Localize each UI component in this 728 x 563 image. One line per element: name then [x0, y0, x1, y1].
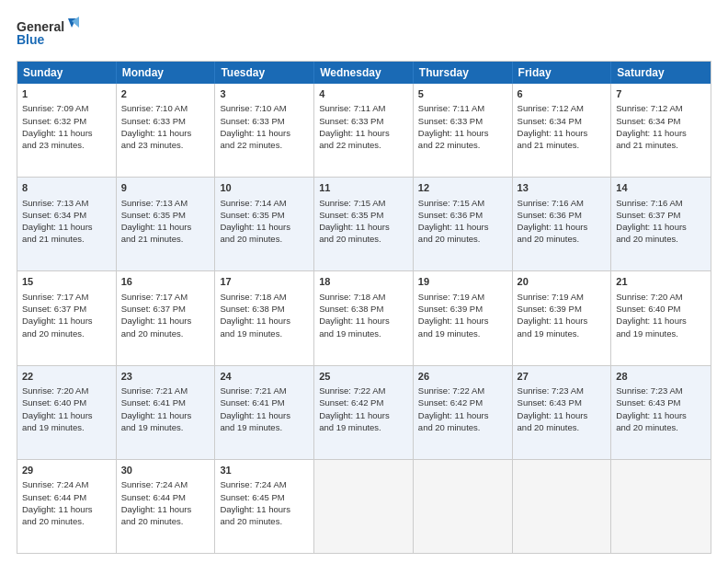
day-number: 4 — [319, 87, 408, 101]
day-info-line: Sunrise: 7:11 AM — [418, 102, 507, 114]
day-info-line: and 20 minutes. — [319, 233, 408, 245]
day-info-line: Sunrise: 7:17 AM — [121, 291, 210, 303]
day-info-line: Daylight: 11 hours — [220, 127, 309, 139]
day-info-line: and 20 minutes. — [518, 421, 607, 433]
day-number: 31 — [220, 464, 309, 477]
day-info-line: Sunrise: 7:24 AM — [121, 478, 210, 490]
day-cell-24: 24Sunrise: 7:21 AMSunset: 6:41 PMDayligh… — [215, 366, 314, 459]
day-info-line: Sunrise: 7:22 AM — [319, 385, 408, 396]
day-info-line: Sunset: 6:43 PM — [616, 396, 706, 408]
day-info-line: and 22 minutes. — [220, 139, 309, 151]
day-info-line: and 20 minutes. — [121, 327, 210, 339]
day-cell-10: 10Sunrise: 7:14 AMSunset: 6:35 PMDayligh… — [215, 178, 314, 270]
header-day-thursday: Thursday — [414, 62, 513, 84]
day-number: 26 — [418, 370, 507, 384]
calendar-row-2: 15Sunrise: 7:17 AMSunset: 6:37 PMDayligh… — [17, 271, 711, 365]
day-number: 25 — [319, 370, 408, 384]
day-cell-13: 13Sunrise: 7:16 AMSunset: 6:36 PMDayligh… — [513, 178, 612, 270]
day-info-line: Daylight: 11 hours — [22, 315, 111, 327]
day-info-line: Daylight: 11 hours — [22, 409, 111, 421]
day-info-line: and 21 minutes. — [616, 139, 706, 151]
day-info-line: Daylight: 11 hours — [121, 409, 210, 421]
day-info-line: Sunset: 6:33 PM — [418, 115, 507, 127]
day-info-line: Sunrise: 7:16 AM — [616, 197, 706, 209]
day-info-line: and 19 minutes. — [22, 421, 111, 433]
day-info-line: Sunrise: 7:18 AM — [319, 291, 408, 303]
day-info-line: Sunrise: 7:11 AM — [319, 102, 408, 114]
day-number: 30 — [121, 464, 210, 477]
day-info-line: and 20 minutes. — [121, 515, 210, 527]
day-info-line: Sunrise: 7:20 AM — [616, 291, 706, 303]
day-info-line: Sunset: 6:36 PM — [418, 209, 507, 221]
day-cell-3: 3Sunrise: 7:10 AMSunset: 6:33 PMDaylight… — [215, 84, 314, 177]
calendar-row-1: 8Sunrise: 7:13 AMSunset: 6:34 PMDaylight… — [17, 178, 711, 271]
day-number: 12 — [418, 181, 507, 195]
day-info-line: and 21 minutes. — [22, 233, 111, 245]
day-info-line: and 20 minutes. — [22, 327, 111, 339]
day-cell-23: 23Sunrise: 7:21 AMSunset: 6:41 PMDayligh… — [117, 366, 216, 459]
day-number: 6 — [518, 87, 607, 101]
day-cell-31: 31Sunrise: 7:24 AMSunset: 6:45 PMDayligh… — [215, 460, 314, 553]
day-info-line: Daylight: 11 hours — [616, 221, 706, 233]
day-cell-27: 27Sunrise: 7:23 AMSunset: 6:43 PMDayligh… — [513, 366, 612, 459]
day-cell-29: 29Sunrise: 7:24 AMSunset: 6:44 PMDayligh… — [17, 460, 117, 553]
day-info-line: Sunrise: 7:12 AM — [616, 102, 706, 114]
empty-cell — [611, 460, 711, 553]
day-info-line: and 22 minutes. — [319, 139, 408, 151]
day-info-line: Sunrise: 7:12 AM — [518, 102, 607, 114]
day-info-line: and 20 minutes. — [518, 233, 607, 245]
day-info-line: Sunset: 6:33 PM — [319, 115, 408, 127]
day-info-line: and 19 minutes. — [319, 421, 408, 433]
day-info-line: Sunset: 6:42 PM — [319, 396, 408, 408]
day-cell-19: 19Sunrise: 7:19 AMSunset: 6:39 PMDayligh… — [414, 271, 513, 364]
day-number: 22 — [22, 370, 111, 384]
page: GeneralBlue SundayMondayTuesdayWednesday… — [0, 0, 728, 563]
header-day-saturday: Saturday — [611, 62, 711, 84]
day-info-line: Sunset: 6:37 PM — [121, 303, 210, 315]
day-info-line: Sunrise: 7:19 AM — [418, 291, 507, 303]
day-info-line: Sunset: 6:37 PM — [616, 209, 706, 221]
day-info-line: and 20 minutes. — [616, 233, 706, 245]
day-info-line: Sunrise: 7:13 AM — [121, 197, 210, 209]
day-number: 8 — [22, 181, 111, 195]
header: GeneralBlue — [17, 17, 711, 52]
day-number: 2 — [121, 87, 210, 101]
day-info-line: Daylight: 11 hours — [220, 221, 309, 233]
day-number: 7 — [616, 87, 706, 101]
day-info-line: and 23 minutes. — [22, 139, 111, 151]
day-number: 28 — [616, 370, 706, 384]
day-info-line: Sunset: 6:41 PM — [220, 396, 309, 408]
day-info-line: Sunset: 6:39 PM — [518, 303, 607, 315]
day-info-line: Sunrise: 7:10 AM — [220, 102, 309, 114]
day-cell-1: 1Sunrise: 7:09 AMSunset: 6:32 PMDaylight… — [17, 84, 117, 177]
day-info-line: and 21 minutes. — [121, 233, 210, 245]
day-cell-21: 21Sunrise: 7:20 AMSunset: 6:40 PMDayligh… — [611, 271, 711, 364]
day-info-line: Daylight: 11 hours — [319, 409, 408, 421]
day-info-line: Sunrise: 7:21 AM — [121, 385, 210, 396]
calendar: SundayMondayTuesdayWednesdayThursdayFrid… — [17, 61, 711, 554]
empty-cell — [414, 460, 513, 553]
day-info-line: Sunrise: 7:14 AM — [220, 197, 309, 209]
day-info-line: Daylight: 11 hours — [418, 221, 507, 233]
day-info-line: Daylight: 11 hours — [121, 503, 210, 515]
day-cell-20: 20Sunrise: 7:19 AMSunset: 6:39 PMDayligh… — [513, 271, 612, 364]
day-info-line: Sunrise: 7:23 AM — [518, 385, 607, 396]
day-cell-7: 7Sunrise: 7:12 AMSunset: 6:34 PMDaylight… — [611, 84, 711, 177]
day-info-line: and 20 minutes. — [220, 233, 309, 245]
day-info-line: Sunset: 6:34 PM — [22, 209, 111, 221]
day-info-line: Sunset: 6:44 PM — [22, 491, 111, 503]
day-info-line: Daylight: 11 hours — [616, 409, 706, 421]
day-cell-17: 17Sunrise: 7:18 AMSunset: 6:38 PMDayligh… — [215, 271, 314, 364]
day-info-line: and 20 minutes. — [220, 515, 309, 527]
calendar-row-4: 29Sunrise: 7:24 AMSunset: 6:44 PMDayligh… — [17, 460, 711, 553]
day-number: 13 — [518, 181, 607, 195]
day-info-line: Daylight: 11 hours — [518, 127, 607, 139]
day-info-line: Sunset: 6:40 PM — [616, 303, 706, 315]
day-info-line: Sunset: 6:38 PM — [319, 303, 408, 315]
day-info-line: Daylight: 11 hours — [220, 409, 309, 421]
day-number: 24 — [220, 370, 309, 384]
day-number: 29 — [22, 464, 111, 477]
day-info-line: and 20 minutes. — [418, 421, 507, 433]
day-info-line: Sunrise: 7:24 AM — [220, 478, 309, 490]
day-info-line: and 19 minutes. — [319, 327, 408, 339]
